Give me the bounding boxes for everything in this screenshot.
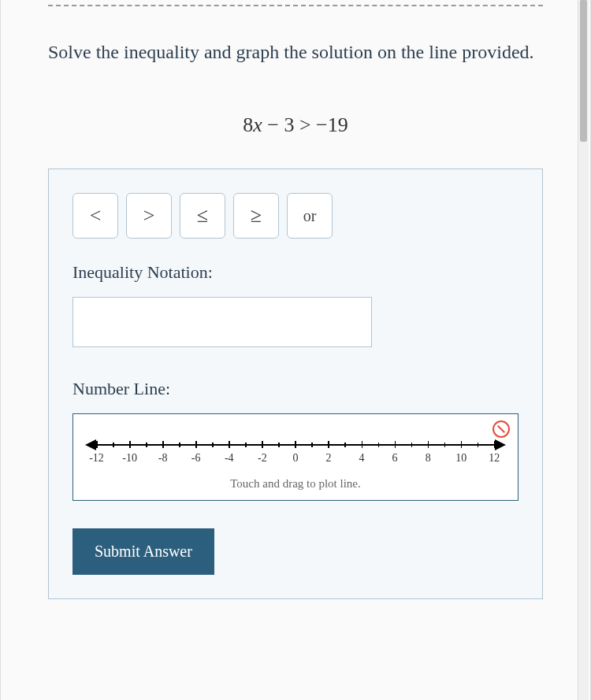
numberline-tick-label: 6 (392, 452, 398, 465)
problem-page: Solve the inequality and graph the solut… (0, 0, 591, 700)
scrollbar-thumb[interactable] (580, 0, 587, 142)
comparator: > (299, 113, 311, 136)
scrollbar[interactable] (578, 0, 589, 700)
ge-button[interactable]: ≥ (233, 193, 279, 239)
numberline-tick: -12 (96, 441, 97, 465)
numberline-tick: 10 (461, 441, 462, 465)
numberline-minor-tick (278, 441, 279, 465)
numberline-minor-tick (179, 441, 180, 465)
numberline-tick: -10 (129, 441, 130, 465)
numberline-tick: 2 (328, 441, 329, 465)
gt-button[interactable]: > (126, 193, 172, 239)
or-button[interactable]: or (287, 193, 333, 239)
numberline-tick-label: -2 (258, 452, 267, 465)
numberline-tick: -4 (229, 441, 229, 465)
numberline-minor-tick (411, 441, 412, 465)
variable: x (253, 113, 262, 136)
numberline-tick-label: -12 (89, 452, 104, 465)
numberline-tick: 12 (494, 441, 495, 465)
numberline-hint: Touch and drag to plot line. (81, 477, 510, 491)
numberline-tick-label: 8 (426, 452, 431, 465)
minus-op: − (267, 113, 279, 136)
numberline-tick-label: 2 (325, 452, 331, 465)
numberline-tick: -6 (195, 441, 196, 465)
numberline-minor-tick (444, 441, 445, 465)
coef: 8 (243, 113, 253, 136)
numberline-minor-tick (378, 441, 379, 465)
rhs: −19 (316, 113, 348, 136)
numberline-tick-label: 10 (455, 452, 466, 465)
numberline-tick: -8 (162, 441, 163, 465)
numberline-container: -12-10-8-6-4-2024681012 Touch and drag t… (72, 413, 519, 501)
numberline-tick-label: 0 (292, 452, 298, 465)
numberline-tick: 0 (295, 441, 296, 465)
inequality-input[interactable] (72, 297, 372, 347)
numberline-minor-tick (478, 441, 478, 465)
numberline-tick: 8 (428, 441, 429, 465)
lt-button[interactable]: < (72, 193, 118, 239)
numberline-tick-label: -8 (158, 452, 168, 465)
inequality-equation: 8x − 3 > −19 (24, 113, 567, 137)
numberline-minor-tick (146, 441, 147, 465)
answer-panel: < > ≤ ≥ or Inequality Notation: Number L… (48, 169, 543, 599)
inequality-label: Inequality Notation: (72, 262, 519, 283)
numberline-tick: -2 (262, 441, 262, 465)
numberline-minor-tick (113, 441, 113, 465)
numberline[interactable]: -12-10-8-6-4-2024681012 (85, 438, 506, 469)
numberline-tick-label: 12 (489, 452, 500, 465)
numberline-minor-tick (311, 441, 312, 465)
arrow-right-icon (495, 439, 506, 450)
numberline-ticks: -12-10-8-6-4-2024681012 (96, 441, 495, 465)
le-button[interactable]: ≤ (180, 193, 225, 239)
question-text: Solve the inequality and graph the solut… (24, 6, 567, 90)
numberline-tick: 4 (362, 441, 362, 465)
numberline-tick-label: -4 (225, 452, 234, 465)
numberline-tick-label: 4 (359, 452, 365, 465)
numberline-tick-label: -10 (122, 452, 137, 465)
numberline-minor-tick (344, 441, 345, 465)
const: 3 (284, 113, 294, 136)
clear-line-icon[interactable] (492, 420, 510, 438)
submit-button[interactable]: Submit Answer (72, 528, 214, 575)
numberline-tick: 6 (395, 441, 396, 465)
operator-row: < > ≤ ≥ or (72, 193, 519, 239)
numberline-label: Number Line: (72, 379, 519, 399)
numberline-tick-label: -6 (191, 452, 201, 465)
numberline-minor-tick (245, 441, 246, 465)
numberline-minor-tick (212, 441, 213, 465)
